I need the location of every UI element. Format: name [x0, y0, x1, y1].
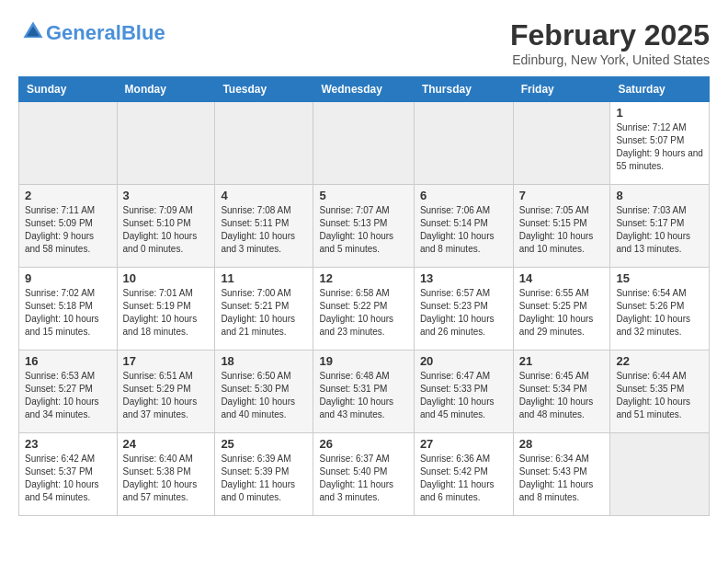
day-number: 8 — [616, 189, 703, 202]
calendar-cell: 21Sunrise: 6:45 AM Sunset: 5:34 PM Dayli… — [513, 350, 610, 433]
day-info: Sunrise: 6:37 AM Sunset: 5:40 PM Dayligh… — [319, 453, 407, 504]
day-number: 23 — [25, 437, 111, 451]
day-info: Sunrise: 6:40 AM Sunset: 5:38 PM Dayligh… — [123, 453, 210, 504]
day-info: Sunrise: 7:01 AM Sunset: 5:19 PM Dayligh… — [123, 287, 210, 339]
calendar-cell: 4Sunrise: 7:08 AM Sunset: 5:11 PM Daylig… — [215, 185, 313, 268]
day-info: Sunrise: 6:51 AM Sunset: 5:29 PM Dayligh… — [123, 370, 210, 421]
calendar-cell: 14Sunrise: 6:55 AM Sunset: 5:25 PM Dayli… — [513, 268, 610, 350]
calendar-cell: 2Sunrise: 7:11 AM Sunset: 5:09 PM Daylig… — [19, 185, 118, 268]
calendar-cell: 23Sunrise: 6:42 AM Sunset: 5:37 PM Dayli… — [19, 433, 118, 516]
day-info: Sunrise: 6:34 AM Sunset: 5:43 PM Dayligh… — [519, 453, 605, 504]
calendar-cell — [610, 433, 710, 516]
col-header-friday: Friday — [513, 77, 610, 102]
day-info: Sunrise: 6:58 AM Sunset: 5:22 PM Dayligh… — [319, 287, 407, 339]
calendar-week-row: 9Sunrise: 7:02 AM Sunset: 5:18 PM Daylig… — [19, 268, 710, 350]
logo: GeneralBlue — [18, 18, 165, 48]
day-number: 25 — [221, 437, 307, 451]
day-info: Sunrise: 7:11 AM Sunset: 5:09 PM Dayligh… — [25, 204, 111, 256]
calendar-cell: 25Sunrise: 6:39 AM Sunset: 5:39 PM Dayli… — [215, 433, 313, 516]
day-info: Sunrise: 7:12 AM Sunset: 5:07 PM Dayligh… — [616, 121, 703, 173]
day-number: 12 — [319, 271, 407, 285]
day-info: Sunrise: 6:42 AM Sunset: 5:37 PM Dayligh… — [25, 453, 111, 504]
day-info: Sunrise: 7:06 AM Sunset: 5:14 PM Dayligh… — [420, 204, 507, 256]
calendar-cell — [117, 102, 215, 185]
day-number: 20 — [420, 354, 507, 368]
day-info: Sunrise: 7:08 AM Sunset: 5:11 PM Dayligh… — [221, 204, 307, 256]
calendar-cell: 19Sunrise: 6:48 AM Sunset: 5:31 PM Dayli… — [313, 350, 414, 433]
day-info: Sunrise: 6:55 AM Sunset: 5:25 PM Dayligh… — [519, 287, 605, 339]
day-number: 10 — [123, 271, 210, 285]
day-info: Sunrise: 6:53 AM Sunset: 5:27 PM Dayligh… — [25, 370, 111, 421]
day-info: Sunrise: 7:05 AM Sunset: 5:15 PM Dayligh… — [519, 204, 605, 256]
day-info: Sunrise: 6:48 AM Sunset: 5:31 PM Dayligh… — [319, 370, 407, 421]
calendar-cell: 8Sunrise: 7:03 AM Sunset: 5:17 PM Daylig… — [610, 185, 710, 268]
day-info: Sunrise: 7:00 AM Sunset: 5:21 PM Dayligh… — [221, 287, 307, 339]
calendar-cell: 28Sunrise: 6:34 AM Sunset: 5:43 PM Dayli… — [513, 433, 610, 516]
day-info: Sunrise: 6:44 AM Sunset: 5:35 PM Dayligh… — [616, 370, 703, 421]
calendar-cell: 16Sunrise: 6:53 AM Sunset: 5:27 PM Dayli… — [19, 350, 118, 433]
calendar-cell: 7Sunrise: 7:05 AM Sunset: 5:15 PM Daylig… — [513, 185, 610, 268]
col-header-tuesday: Tuesday — [215, 77, 313, 102]
calendar-week-row: 1Sunrise: 7:12 AM Sunset: 5:07 PM Daylig… — [19, 102, 710, 185]
calendar-cell: 27Sunrise: 6:36 AM Sunset: 5:42 PM Dayli… — [414, 433, 513, 516]
day-number: 14 — [519, 271, 605, 285]
day-info: Sunrise: 6:36 AM Sunset: 5:42 PM Dayligh… — [420, 453, 507, 504]
day-number: 28 — [519, 437, 605, 451]
day-number: 18 — [221, 354, 307, 368]
page-header: GeneralBlue February 2025 Edinburg, New … — [18, 18, 710, 67]
calendar-cell: 17Sunrise: 6:51 AM Sunset: 5:29 PM Dayli… — [117, 350, 215, 433]
day-number: 2 — [25, 189, 111, 202]
day-number: 13 — [420, 271, 507, 285]
day-number: 24 — [123, 437, 210, 451]
logo-text: GeneralBlue — [46, 22, 165, 44]
day-info: Sunrise: 7:09 AM Sunset: 5:10 PM Dayligh… — [123, 204, 210, 256]
logo-line2: Blue — [121, 21, 165, 44]
calendar-week-row: 16Sunrise: 6:53 AM Sunset: 5:27 PM Dayli… — [19, 350, 710, 433]
day-number: 19 — [319, 354, 407, 368]
day-number: 4 — [221, 189, 307, 202]
day-number: 17 — [123, 354, 210, 368]
calendar-cell: 18Sunrise: 6:50 AM Sunset: 5:30 PM Dayli… — [215, 350, 313, 433]
calendar-cell: 26Sunrise: 6:37 AM Sunset: 5:40 PM Dayli… — [313, 433, 414, 516]
calendar-cell: 10Sunrise: 7:01 AM Sunset: 5:19 PM Dayli… — [117, 268, 215, 350]
day-info: Sunrise: 7:03 AM Sunset: 5:17 PM Dayligh… — [616, 204, 703, 256]
calendar-cell: 11Sunrise: 7:00 AM Sunset: 5:21 PM Dayli… — [215, 268, 313, 350]
day-number: 26 — [319, 437, 407, 451]
calendar-cell — [215, 102, 313, 185]
day-number: 9 — [25, 271, 111, 285]
day-number: 21 — [519, 354, 605, 368]
day-number: 1 — [616, 106, 703, 120]
calendar-table: SundayMondayTuesdayWednesdayThursdayFrid… — [18, 76, 710, 516]
logo-line1: General — [46, 21, 121, 44]
title-block: February 2025 Edinburg, New York, United… — [510, 18, 710, 67]
calendar-week-row: 23Sunrise: 6:42 AM Sunset: 5:37 PM Dayli… — [19, 433, 710, 516]
col-header-saturday: Saturday — [610, 77, 710, 102]
day-info: Sunrise: 7:02 AM Sunset: 5:18 PM Dayligh… — [25, 287, 111, 339]
calendar-cell: 3Sunrise: 7:09 AM Sunset: 5:10 PM Daylig… — [117, 185, 215, 268]
calendar-cell: 6Sunrise: 7:06 AM Sunset: 5:14 PM Daylig… — [414, 185, 513, 268]
day-number: 6 — [420, 189, 507, 202]
day-info: Sunrise: 6:50 AM Sunset: 5:30 PM Dayligh… — [221, 370, 307, 421]
calendar-cell: 13Sunrise: 6:57 AM Sunset: 5:23 PM Dayli… — [414, 268, 513, 350]
logo-icon — [20, 18, 46, 44]
calendar-week-row: 2Sunrise: 7:11 AM Sunset: 5:09 PM Daylig… — [19, 185, 710, 268]
day-info: Sunrise: 7:07 AM Sunset: 5:13 PM Dayligh… — [319, 204, 407, 256]
col-header-wednesday: Wednesday — [313, 77, 414, 102]
calendar-cell — [414, 102, 513, 185]
calendar-cell: 5Sunrise: 7:07 AM Sunset: 5:13 PM Daylig… — [313, 185, 414, 268]
location: Edinburg, New York, United States — [510, 52, 710, 67]
day-info: Sunrise: 6:57 AM Sunset: 5:23 PM Dayligh… — [420, 287, 507, 339]
calendar-cell: 22Sunrise: 6:44 AM Sunset: 5:35 PM Dayli… — [610, 350, 710, 433]
calendar-cell: 9Sunrise: 7:02 AM Sunset: 5:18 PM Daylig… — [19, 268, 118, 350]
calendar-header-row: SundayMondayTuesdayWednesdayThursdayFrid… — [19, 77, 710, 102]
day-info: Sunrise: 6:39 AM Sunset: 5:39 PM Dayligh… — [221, 453, 307, 504]
day-number: 15 — [616, 271, 703, 285]
col-header-thursday: Thursday — [414, 77, 513, 102]
calendar-cell: 12Sunrise: 6:58 AM Sunset: 5:22 PM Dayli… — [313, 268, 414, 350]
calendar-cell — [513, 102, 610, 185]
calendar-cell: 24Sunrise: 6:40 AM Sunset: 5:38 PM Dayli… — [117, 433, 215, 516]
day-number: 27 — [420, 437, 507, 451]
calendar-cell: 1Sunrise: 7:12 AM Sunset: 5:07 PM Daylig… — [610, 102, 710, 185]
day-info: Sunrise: 6:54 AM Sunset: 5:26 PM Dayligh… — [616, 287, 703, 339]
day-number: 5 — [319, 189, 407, 202]
